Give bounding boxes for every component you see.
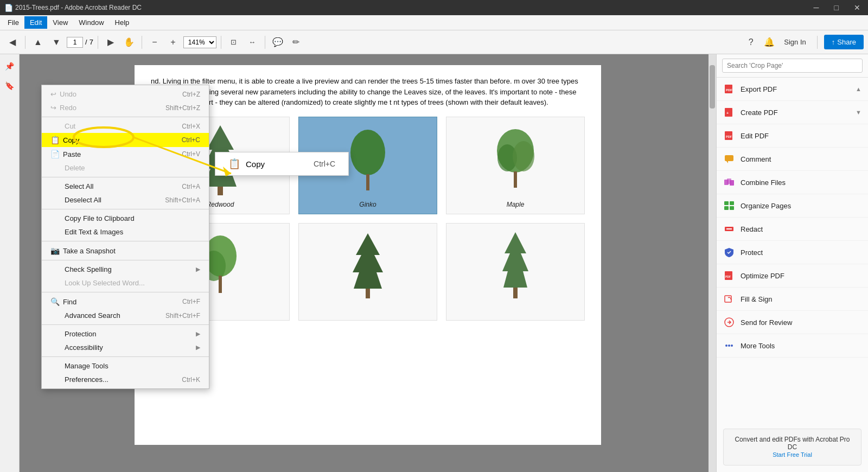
rp-organize-pages[interactable]: Organize Pages — [717, 194, 868, 218]
redact-icon — [723, 223, 735, 235]
menu-select-all[interactable]: Select All Ctrl+A — [42, 180, 209, 193]
share-button[interactable]: ↑ Share — [824, 35, 864, 49]
menu-manage-tools[interactable]: Manage Tools — [42, 359, 209, 373]
spelling-arrow: ▶ — [196, 266, 200, 273]
menu-sep-8 — [42, 356, 209, 357]
rp-export-pdf[interactable]: PDF Export PDF ▲ — [717, 78, 868, 101]
menu-file[interactable]: File — [2, 16, 24, 29]
rp-optimize-pdf-label: Optimize PDF — [741, 272, 861, 280]
rp-edit-pdf[interactable]: PDF Edit PDF — [717, 124, 868, 148]
prev-page-button[interactable]: ▲ — [30, 34, 46, 50]
rp-create-pdf[interactable]: + Create PDF ▼ — [717, 101, 868, 124]
copy-tooltip-icon: 📋 — [228, 158, 240, 170]
more-tools-icon — [723, 340, 735, 352]
protect-icon — [723, 246, 735, 258]
menu-copy-file[interactable]: Copy File to Clipboard — [42, 212, 209, 225]
menu-help[interactable]: Help — [110, 16, 135, 29]
convert-link[interactable]: Start Free Trial — [773, 451, 812, 458]
help-button[interactable]: ? — [743, 34, 759, 50]
menu-protection[interactable]: Protection ▶ — [42, 327, 209, 341]
svg-rect-30 — [730, 201, 734, 205]
copy-icon: 📋 — [50, 136, 60, 144]
tree-label-maple: Maple — [507, 201, 525, 208]
menu-window[interactable]: Window — [73, 16, 109, 29]
sidebar-btn-2[interactable]: 🔖 — [2, 78, 17, 93]
sidebar-btn-1[interactable]: 📌 — [2, 59, 17, 74]
page-number-input[interactable] — [67, 37, 83, 48]
menu-view[interactable]: View — [47, 16, 73, 29]
rp-send-review[interactable]: Send for Review — [717, 311, 868, 334]
fit-page-button[interactable]: ⊡ — [226, 34, 242, 50]
svg-text:PDF: PDF — [726, 135, 732, 138]
comment-icon — [723, 153, 735, 165]
rp-protect[interactable]: Protect — [717, 241, 868, 264]
sign-button[interactable]: ✏ — [288, 34, 304, 50]
tree-svg-maple — [483, 123, 548, 199]
tree-cell-5 — [298, 223, 437, 321]
rp-fill-sign[interactable]: Fill & Sign — [717, 288, 868, 311]
nav-left-button[interactable]: ◀ — [4, 34, 21, 50]
menu-lookup-word: Look Up Selected Word... — [42, 276, 209, 290]
rp-more-tools[interactable]: More Tools — [717, 334, 868, 358]
menu-edit[interactable]: Edit — [24, 16, 47, 29]
zoom-select[interactable]: 141% 100% 75% 50% — [183, 36, 216, 48]
svg-rect-34 — [726, 228, 732, 229]
zoom-in-button[interactable]: + — [165, 34, 181, 50]
rp-combine-files[interactable]: Combine Files — [717, 171, 868, 194]
menu-copy[interactable]: 📋 Copy Ctrl+C — [42, 133, 209, 147]
menu-check-spelling[interactable]: Check Spelling ▶ — [42, 263, 209, 276]
maximize-button[interactable]: □ — [831, 3, 842, 12]
menu-bar: File Edit View Window Help — [0, 15, 868, 30]
close-button[interactable]: ✕ — [851, 3, 864, 12]
undo-label: Undo — [60, 90, 76, 98]
tree-image-5 — [335, 229, 400, 305]
menu-preferences[interactable]: Preferences... Ctrl+K — [42, 373, 209, 386]
bell-button[interactable]: 🔔 — [761, 34, 777, 50]
fit-width-button[interactable]: ↔ — [244, 34, 260, 50]
paste-shortcut: Ctrl+V — [182, 150, 200, 158]
advancedSearch-label: Advanced Search — [65, 311, 120, 320]
select-tool-button[interactable]: ▶ — [103, 34, 119, 50]
edit-pdf-icon: PDF — [723, 130, 735, 142]
app-icon: 📄 — [4, 4, 13, 12]
svg-point-6 — [513, 141, 534, 171]
window-title: 2015-Trees.pdf - Adobe Acrobat Reader DC — [15, 4, 142, 11]
menu-paste[interactable]: 📄 Paste Ctrl+V — [42, 147, 209, 161]
hand-tool-button[interactable]: ✋ — [121, 34, 137, 50]
menu-take-snapshot[interactable]: 📷 Take a Snapshot — [42, 244, 209, 258]
snapshot-label: Take a Snapshot — [63, 247, 116, 255]
cut-shortcut: Ctrl+X — [182, 123, 200, 130]
scrollbar-thumb[interactable] — [710, 65, 715, 109]
page-total: 7 — [90, 38, 93, 46]
menu-accessibility[interactable]: Accessibility ▶ — [42, 341, 209, 354]
rp-redact[interactable]: Redact — [717, 218, 868, 241]
scrollbar[interactable] — [709, 54, 716, 472]
managetools-label: Manage Tools — [65, 362, 108, 370]
rp-comment[interactable]: Comment — [717, 148, 868, 171]
svg-rect-37 — [725, 296, 731, 302]
rp-create-pdf-label: Create PDF — [741, 109, 850, 117]
create-pdf-expand[interactable]: ▼ — [856, 109, 861, 116]
rp-redact-label: Redact — [741, 225, 861, 233]
zoom-out-button[interactable]: − — [146, 34, 163, 50]
export-pdf-expand[interactable]: ▲ — [856, 86, 861, 92]
svg-text:PDF: PDF — [726, 88, 732, 92]
svg-text:+: + — [726, 111, 729, 115]
rp-optimize-pdf[interactable]: PDF Optimize PDF — [717, 264, 868, 288]
minimize-button[interactable]: ─ — [810, 3, 822, 12]
copy-tooltip-shortcut: Ctrl+C — [314, 160, 335, 168]
comment-button[interactable]: 💬 — [270, 34, 286, 50]
convert-box: Convert and edit PDFs with Acrobat Pro D… — [723, 429, 861, 465]
rp-send-review-label: Send for Review — [741, 318, 861, 327]
menu-sep-6 — [42, 292, 209, 292]
rp-export-pdf-label: Export PDF — [741, 85, 850, 93]
next-page-button[interactable]: ▼ — [48, 34, 65, 50]
menu-deselect-all[interactable]: Deselect All Shift+Ctrl+A — [42, 193, 209, 207]
signin-text[interactable]: Sign In — [780, 38, 810, 46]
menu-find[interactable]: 🔍 Find Ctrl+F — [42, 295, 209, 309]
svg-rect-24 — [725, 155, 733, 161]
svg-rect-12 — [366, 289, 370, 298]
search-input[interactable] — [722, 59, 863, 73]
menu-advanced-search[interactable]: Advanced Search Shift+Ctrl+F — [42, 309, 209, 322]
menu-edit-text-images[interactable]: Edit Text & Images — [42, 225, 209, 239]
